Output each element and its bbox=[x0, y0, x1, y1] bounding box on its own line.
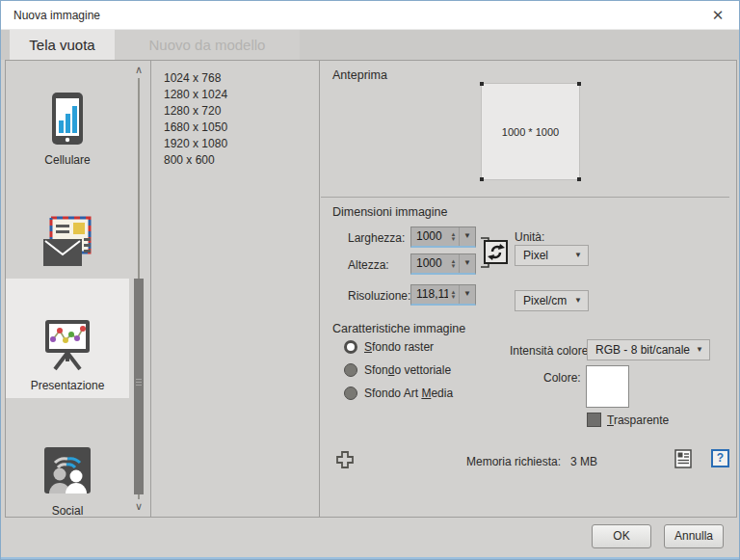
scroll-up-icon[interactable]: ∧ bbox=[130, 63, 147, 78]
height-label: Altezza: bbox=[348, 258, 389, 272]
spin-down-icon[interactable]: ▼ bbox=[448, 264, 459, 269]
radio-label: Sfondo raster bbox=[364, 340, 434, 354]
memory-value: 3 MB bbox=[570, 455, 597, 468]
color-swatch[interactable] bbox=[586, 365, 629, 408]
preset-size-item[interactable]: 1920 x 1080 bbox=[164, 136, 319, 152]
preset-size-item[interactable]: 1024 x 768 bbox=[164, 70, 319, 87]
cancel-button[interactable]: Annulla bbox=[664, 524, 724, 548]
dialog-title: Nuova immagine bbox=[13, 9, 100, 22]
new-image-dialog: Nuova immagine ✕ Tela vuota Nuovo da mod… bbox=[0, 0, 740, 560]
presentation-chart-icon bbox=[6, 317, 129, 375]
color-depth-value: RGB - 8 bit/canale bbox=[595, 343, 690, 357]
preset-size-item[interactable]: 1280 x 1024 bbox=[164, 87, 319, 103]
spin-down-icon[interactable]: ▼ bbox=[448, 295, 459, 300]
scroll-down-icon[interactable]: ∨ bbox=[130, 499, 147, 515]
width-label: Larghezza: bbox=[348, 231, 405, 245]
width-spinner[interactable]: ▲▼ bbox=[448, 227, 459, 246]
radio-label: Sfondo vettoriale bbox=[364, 363, 451, 377]
radio-unselected-icon[interactable] bbox=[344, 387, 357, 400]
chevron-down-icon: ▼ bbox=[696, 340, 703, 360]
ok-button[interactable]: OK bbox=[592, 524, 651, 548]
preview-canvas: 1000 * 1000 bbox=[481, 83, 580, 180]
sidebar-item-presentazione[interactable]: Presentazione bbox=[6, 279, 129, 398]
units-label: Unità: bbox=[515, 230, 544, 244]
help-icon[interactable]: ? bbox=[711, 449, 729, 467]
chevron-down-icon: ▼ bbox=[574, 246, 582, 265]
resolution-units-select[interactable]: Pixel/cm ▼ bbox=[515, 290, 589, 311]
resize-handle[interactable] bbox=[480, 177, 484, 181]
units-select[interactable]: Pixel ▼ bbox=[515, 245, 589, 266]
resolution-dropdown-icon[interactable]: ▼ bbox=[459, 285, 475, 304]
resize-handle[interactable] bbox=[480, 82, 484, 86]
tab-blank-canvas[interactable]: Tela vuota bbox=[10, 30, 115, 60]
sidebar-item-label: Presentazione bbox=[6, 379, 129, 392]
height-value[interactable]: 1000 bbox=[411, 254, 448, 273]
sidebar-scrollbar: ∧ ∨ bbox=[130, 61, 147, 517]
preset-details-icon[interactable] bbox=[674, 449, 693, 468]
tab-bar: Tela vuota Nuovo da modello bbox=[1, 30, 739, 60]
radio-vector-background[interactable]: Sfondo vettoriale bbox=[344, 363, 451, 377]
dialog-content: Cellulare bbox=[5, 60, 737, 518]
preset-size-list: 1024 x 768 1280 x 1024 1280 x 720 1680 x… bbox=[151, 61, 319, 517]
characteristics-heading: Caratteristiche immagine bbox=[332, 322, 465, 335]
preset-size-item[interactable]: 1680 x 1050 bbox=[164, 120, 319, 136]
color-depth-label: Intensità colore: bbox=[510, 344, 592, 358]
resize-handle[interactable] bbox=[577, 82, 581, 86]
scrollbar-grip bbox=[136, 379, 142, 380]
sidebar-item-cellulare[interactable]: Cellulare bbox=[6, 70, 129, 174]
resolution-label: Risoluzione: bbox=[348, 289, 410, 303]
units-value: Pixel bbox=[523, 249, 548, 262]
radio-artmedia-background[interactable]: Sfondo Art Media bbox=[344, 387, 453, 400]
dimensions-heading: Dimensioni immagine bbox=[332, 205, 448, 219]
width-input[interactable]: 1000 ▲▼ ▼ bbox=[410, 227, 476, 248]
add-preset-icon[interactable] bbox=[335, 450, 355, 469]
section-separator bbox=[321, 197, 729, 198]
category-sidebar: Cellulare bbox=[6, 61, 150, 517]
social-people-icon bbox=[6, 444, 129, 500]
spin-down-icon[interactable]: ▼ bbox=[448, 237, 459, 242]
height-spinner[interactable]: ▲▼ bbox=[448, 254, 459, 273]
resize-handle[interactable] bbox=[577, 177, 581, 181]
chevron-down-icon: ▼ bbox=[574, 291, 582, 310]
greeting-card-icon bbox=[6, 215, 129, 273]
resolution-value[interactable]: 118,110 bbox=[411, 285, 448, 304]
height-dropdown-icon[interactable]: ▼ bbox=[459, 254, 475, 273]
memory-label: Memoria richiesta: bbox=[466, 455, 561, 468]
sidebar-item-social[interactable]: Social bbox=[6, 425, 129, 529]
preview-size-label: 1000 * 1000 bbox=[482, 126, 579, 138]
preset-size-item[interactable]: 800 x 600 bbox=[164, 152, 319, 169]
sidebar-item-label: Social bbox=[6, 504, 129, 518]
mobile-phone-icon bbox=[6, 92, 129, 149]
radio-raster-background[interactable]: Sfondo raster bbox=[344, 340, 434, 354]
memory-status: Memoria richiesta:3 MB bbox=[466, 455, 597, 468]
settings-panel: Anteprima 1000 * 1000 Dimensioni immagin… bbox=[320, 61, 736, 517]
width-dropdown-icon[interactable]: ▼ bbox=[459, 227, 475, 246]
resolution-units-value: Pixel/cm bbox=[523, 294, 567, 307]
height-input[interactable]: 1000 ▲▼ ▼ bbox=[410, 253, 476, 275]
preset-size-item[interactable]: 1280 x 720 bbox=[164, 103, 319, 120]
radio-unselected-icon[interactable] bbox=[344, 363, 357, 377]
resolution-spinner[interactable]: ▲▼ bbox=[448, 285, 459, 304]
tab-new-from-template[interactable]: Nuovo da modello bbox=[115, 30, 300, 60]
resolution-input[interactable]: 118,110 ▲▼ ▼ bbox=[410, 284, 476, 306]
sidebar-item-label: Cellulare bbox=[6, 153, 129, 167]
checkbox-icon[interactable] bbox=[587, 413, 601, 427]
color-label: Colore: bbox=[543, 371, 581, 385]
color-depth-select[interactable]: RGB - 8 bit/canale ▼ bbox=[587, 339, 710, 360]
dialog-footer: OK Annulla bbox=[1, 518, 739, 559]
transparent-label: Trasparente bbox=[607, 413, 669, 427]
close-icon[interactable]: ✕ bbox=[704, 5, 731, 26]
transparent-checkbox-row[interactable]: Trasparente bbox=[587, 413, 669, 427]
radio-label: Sfondo Art Media bbox=[364, 387, 453, 400]
preview-heading: Anteprima bbox=[332, 68, 387, 82]
width-value[interactable]: 1000 bbox=[411, 227, 448, 246]
lock-aspect-ratio-button[interactable] bbox=[480, 228, 515, 275]
radio-selected-icon[interactable] bbox=[344, 340, 357, 354]
scrollbar-thumb[interactable] bbox=[134, 279, 144, 494]
title-bar: Nuova immagine ✕ bbox=[1, 1, 739, 30]
